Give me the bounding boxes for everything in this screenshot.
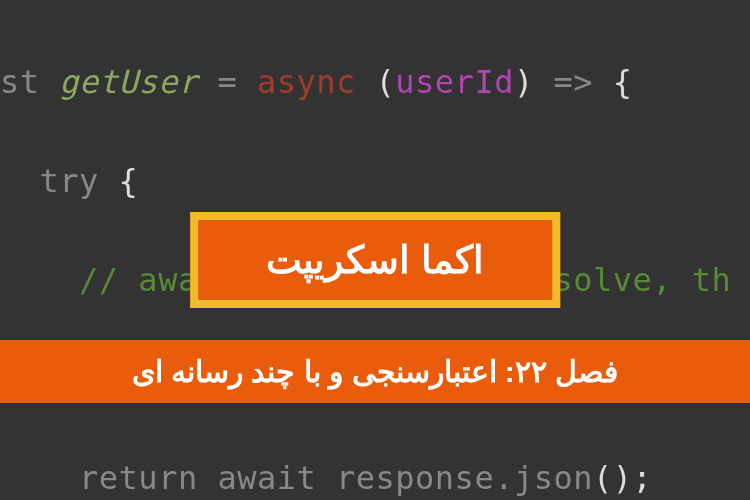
code-line: try {: [0, 157, 750, 207]
code-line: st getUser = async (userId) => {: [0, 58, 750, 108]
subtitle-text: فصل ۲۲: اعتبارسنجی و با چند رسانه ای: [0, 354, 750, 389]
code-line: return await response.json();: [0, 454, 750, 500]
title-box: اکما اسکریپت: [190, 212, 560, 308]
title-text: اکما اسکریپت: [266, 238, 484, 282]
subtitle-bar: فصل ۲۲: اعتبارسنجی و با چند رسانه ای: [0, 340, 750, 403]
